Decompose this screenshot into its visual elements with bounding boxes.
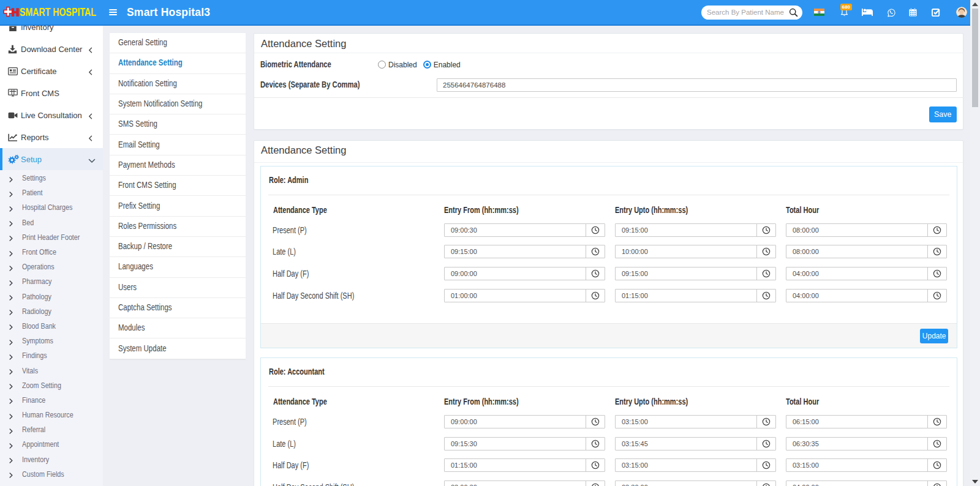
setup-submenu-item-print-header-footer[interactable]: Print Header Footer	[0, 230, 103, 245]
notifications-button[interactable]: 680	[840, 8, 849, 17]
scrollbar-up-arrow[interactable]	[972, 2, 978, 6]
tasks-button[interactable]	[932, 8, 940, 17]
clock-picker-button[interactable]	[756, 245, 775, 258]
clock-picker-button[interactable]	[927, 459, 946, 471]
time-input-total[interactable]: 06:15:00	[786, 416, 927, 428]
calendar-button[interactable]	[909, 8, 917, 17]
sidebar-item-inventory[interactable]: Inventory	[0, 26, 103, 38]
sidebar-item-setup[interactable]: Setup	[0, 148, 103, 170]
time-input-total[interactable]: 03:15:00	[786, 459, 927, 471]
setup-submenu-item-radiology[interactable]: Radiology	[0, 304, 103, 319]
settings-nav-item-email-setting[interactable]: Email Setting	[110, 135, 246, 155]
scrollbar-down-arrow[interactable]	[972, 480, 978, 484]
clock-picker-button[interactable]	[586, 459, 605, 471]
clock-picker-button[interactable]	[756, 224, 775, 236]
clock-picker-button[interactable]	[756, 290, 775, 302]
time-input-upto[interactable]: 03:15:00	[616, 459, 756, 471]
time-input-upto[interactable]: 03:30:00	[616, 481, 756, 486]
clock-picker-button[interactable]	[756, 438, 775, 450]
time-input-from[interactable]: 01:15:00	[445, 459, 586, 471]
sidebar-item-reports[interactable]: Reports	[0, 126, 103, 148]
clock-picker-button[interactable]	[586, 438, 605, 450]
save-button[interactable]: Save	[929, 107, 957, 122]
time-input-from[interactable]: 03:00:30	[445, 481, 586, 486]
radio-enabled[interactable]	[423, 61, 431, 69]
setup-submenu-item-operations[interactable]: Operations	[0, 260, 103, 274]
search-input[interactable]	[701, 6, 802, 20]
settings-nav-item-roles-permissions[interactable]: Roles Permissions	[110, 217, 246, 237]
search-icon[interactable]	[789, 8, 798, 17]
clock-picker-button[interactable]	[927, 438, 946, 450]
time-input-upto[interactable]: 03:15:00	[616, 416, 756, 428]
settings-nav-item-modules[interactable]: Modules	[110, 318, 246, 338]
setup-submenu-item-referral[interactable]: Referral	[0, 422, 103, 437]
time-input-total[interactable]: 04:00:00	[786, 290, 927, 302]
setup-submenu-item-blood-bank[interactable]: Blood Bank	[0, 319, 103, 334]
clock-picker-button[interactable]	[756, 459, 775, 471]
setup-submenu-item-finance[interactable]: Finance	[0, 393, 103, 408]
sidebar-item-certificate[interactable]: Certificate	[0, 60, 103, 82]
time-input-from[interactable]: 09:00:00	[445, 416, 586, 428]
hamburger-menu-icon[interactable]	[109, 9, 117, 15]
radio-enabled-label[interactable]: Enabled	[434, 61, 461, 69]
time-input-total[interactable]: 04:00:00	[786, 267, 927, 280]
time-input-from[interactable]: 09:15:00	[445, 245, 586, 258]
setup-submenu-item-patient[interactable]: Patient	[0, 185, 103, 200]
clock-picker-button[interactable]	[927, 416, 946, 428]
time-input-total[interactable]: 08:00:00	[786, 224, 927, 236]
sidebar-item-front-cms[interactable]: Front CMS	[0, 82, 103, 104]
settings-nav-item-captcha-settings[interactable]: Captcha Settings	[110, 298, 246, 318]
setup-submenu-item-zoom-setting[interactable]: Zoom Setting	[0, 378, 103, 393]
clock-picker-button[interactable]	[927, 267, 946, 280]
settings-nav-item-general-setting[interactable]: General Setting	[110, 33, 246, 53]
clock-picker-button[interactable]	[756, 481, 775, 486]
setup-submenu-item-settings[interactable]: Settings	[0, 171, 103, 185]
time-input-upto[interactable]: 09:15:00	[616, 224, 756, 236]
time-input-upto[interactable]: 09:15:00	[616, 267, 756, 280]
setup-submenu-item-bed[interactable]: Bed	[0, 215, 103, 230]
settings-nav-item-payment-methods[interactable]: Payment Methods	[110, 155, 246, 176]
setup-submenu-item-inventory[interactable]: Inventory	[0, 452, 103, 467]
beds-button[interactable]	[862, 9, 873, 16]
language-flag-button[interactable]	[814, 9, 824, 16]
setup-submenu-item-appointment[interactable]: Appointment	[0, 437, 103, 452]
setup-submenu-item-pathology[interactable]: Pathology	[0, 290, 103, 304]
settings-nav-item-languages[interactable]: Languages	[110, 257, 246, 277]
radio-disabled-label[interactable]: Disabled	[388, 61, 417, 69]
clock-picker-button[interactable]	[756, 416, 775, 428]
sidebar-item-download-center[interactable]: Download Center	[0, 38, 103, 60]
settings-nav-item-system-update[interactable]: System Update	[110, 338, 246, 359]
time-input-from[interactable]: 09:15:30	[445, 438, 586, 450]
setup-submenu-item-custom-fields[interactable]: Custom Fields	[0, 467, 103, 482]
time-input-total[interactable]: 08:00:00	[786, 245, 927, 258]
user-avatar[interactable]	[956, 7, 967, 18]
page-scrollbar[interactable]	[970, 0, 980, 486]
sidebar-item-live-consultation[interactable]: Live Consultation	[0, 104, 103, 126]
clock-picker-button[interactable]	[586, 245, 605, 258]
clock-picker-button[interactable]	[586, 267, 605, 280]
time-input-from[interactable]: 09:00:00	[445, 267, 586, 280]
time-input-from[interactable]: 09:00:30	[445, 224, 586, 236]
clock-picker-button[interactable]	[927, 290, 946, 302]
time-input-total[interactable]: 06:30:35	[786, 438, 927, 450]
setup-submenu-item-findings[interactable]: Findings	[0, 348, 103, 363]
time-input-upto[interactable]: 03:15:45	[616, 438, 756, 450]
clock-picker-button[interactable]	[586, 224, 605, 236]
time-input-upto[interactable]: 10:00:00	[616, 245, 756, 258]
settings-nav-item-prefix-setting[interactable]: Prefix Setting	[110, 196, 246, 216]
settings-nav-item-sms-setting[interactable]: SMS Setting	[110, 114, 246, 135]
setup-submenu-item-pharmacy[interactable]: Pharmacy	[0, 274, 103, 289]
time-input-upto[interactable]: 01:15:00	[616, 290, 756, 302]
setup-submenu-item-hospital-charges[interactable]: Hospital Charges	[0, 200, 103, 215]
settings-nav-item-system-notification-setting[interactable]: System Notification Setting	[110, 94, 246, 114]
clock-picker-button[interactable]	[586, 481, 605, 486]
clock-picker-button[interactable]	[586, 290, 605, 302]
whatsapp-button[interactable]	[887, 8, 896, 17]
setup-submenu-item-symptoms[interactable]: Symptoms	[0, 334, 103, 348]
settings-nav-item-backup-restore[interactable]: Backup / Restore	[110, 237, 246, 257]
clock-picker-button[interactable]	[927, 481, 946, 486]
brand-logo[interactable]: SMART HOSPITAL	[0, 0, 103, 24]
clock-picker-button[interactable]	[756, 267, 775, 280]
settings-nav-item-attendance-setting[interactable]: Attendance Setting	[110, 53, 246, 73]
radio-disabled[interactable]	[378, 61, 386, 69]
